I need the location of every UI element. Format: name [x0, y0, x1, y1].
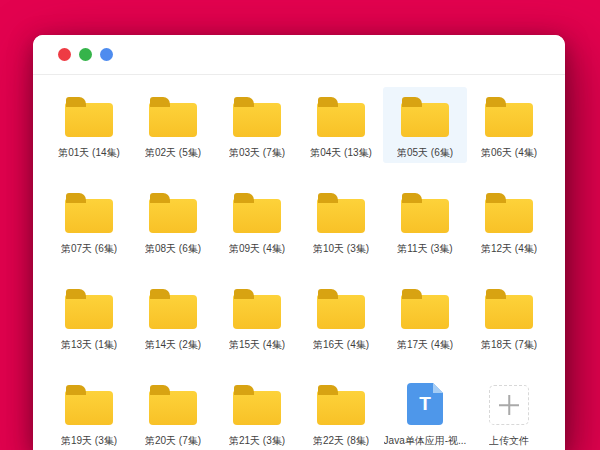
- folder-icon: [317, 391, 365, 425]
- icon-wrapper: [149, 380, 197, 425]
- folder-icon: [149, 103, 197, 137]
- item-label: 第02天 (5集): [145, 146, 201, 160]
- item-label: Java单体应用-视...: [384, 434, 467, 448]
- close-button[interactable]: [58, 48, 71, 61]
- icon-wrapper: [233, 92, 281, 137]
- item-label: 第11天 (3集): [397, 242, 452, 256]
- folder-item[interactable]: 第12天 (4集): [467, 183, 551, 259]
- folder-icon: [401, 199, 449, 233]
- folder-item[interactable]: 第20天 (7集): [131, 375, 215, 450]
- icon-wrapper: [485, 188, 533, 233]
- item-label: 第12天 (4集): [481, 242, 537, 256]
- item-label: 上传文件: [489, 434, 529, 448]
- folder-item[interactable]: 第05天 (6集): [383, 87, 467, 163]
- item-label: 第21天 (3集): [229, 434, 285, 448]
- folder-item[interactable]: 第03天 (7集): [215, 87, 299, 163]
- upload-plus-icon: [489, 385, 529, 425]
- folder-icon: [233, 103, 281, 137]
- icon-wrapper: [317, 380, 365, 425]
- folder-item[interactable]: 第07天 (6集): [47, 183, 131, 259]
- folder-icon: [317, 199, 365, 233]
- folder-item[interactable]: 第08天 (6集): [131, 183, 215, 259]
- item-label: 第09天 (4集): [229, 242, 285, 256]
- folder-item[interactable]: 第17天 (4集): [383, 279, 467, 355]
- icon-wrapper: [65, 380, 113, 425]
- folder-item[interactable]: 第04天 (13集): [299, 87, 383, 163]
- icon-wrapper: [317, 284, 365, 329]
- item-label: 第19天 (3集): [61, 434, 117, 448]
- desktop-background: 第01天 (14集)第02天 (5集)第03天 (7集)第04天 (13集)第0…: [0, 0, 600, 450]
- folder-icon: [65, 103, 113, 137]
- folder-icon: [65, 295, 113, 329]
- folder-item[interactable]: 第22天 (8集): [299, 375, 383, 450]
- folder-item[interactable]: 第19天 (3集): [47, 375, 131, 450]
- icon-wrapper: [233, 188, 281, 233]
- folder-item[interactable]: 第02天 (5集): [131, 87, 215, 163]
- icon-wrapper: [485, 92, 533, 137]
- folder-item[interactable]: 第06天 (4集): [467, 87, 551, 163]
- item-label: 第16天 (4集): [313, 338, 369, 352]
- icon-wrapper: [401, 92, 449, 137]
- folder-icon: [317, 295, 365, 329]
- icon-wrapper: [65, 92, 113, 137]
- folder-icon: [233, 199, 281, 233]
- folder-icon: [149, 295, 197, 329]
- folder-icon: [65, 199, 113, 233]
- item-label: 第06天 (4集): [481, 146, 537, 160]
- upload-file-button[interactable]: 上传文件: [467, 375, 551, 450]
- item-label: 第08天 (6集): [145, 242, 201, 256]
- item-label: 第05天 (6集): [397, 146, 453, 160]
- window-titlebar: [33, 35, 565, 75]
- folder-item[interactable]: 第18天 (7集): [467, 279, 551, 355]
- folder-item[interactable]: 第15天 (4集): [215, 279, 299, 355]
- minimize-button[interactable]: [79, 48, 92, 61]
- icon-wrapper: [65, 188, 113, 233]
- icon-wrapper: [233, 380, 281, 425]
- folder-item[interactable]: 第11天 (3集): [383, 183, 467, 259]
- icon-wrapper: T: [407, 380, 443, 425]
- file-item[interactable]: TJava单体应用-视...: [383, 375, 467, 450]
- item-label: 第10天 (3集): [313, 242, 369, 256]
- item-label: 第03天 (7集): [229, 146, 285, 160]
- folder-icon: [317, 103, 365, 137]
- item-label: 第01天 (14集): [58, 146, 120, 160]
- folder-icon: [485, 103, 533, 137]
- item-label: 第14天 (2集): [145, 338, 201, 352]
- item-label: 第17天 (4集): [397, 338, 453, 352]
- file-grid: 第01天 (14集)第02天 (5集)第03天 (7集)第04天 (13集)第0…: [33, 75, 565, 450]
- item-label: 第04天 (13集): [310, 146, 372, 160]
- icon-wrapper: [233, 284, 281, 329]
- icon-wrapper: [401, 284, 449, 329]
- maximize-button[interactable]: [100, 48, 113, 61]
- folder-icon: [65, 391, 113, 425]
- page-fold-corner: [433, 383, 443, 393]
- icon-wrapper: [149, 92, 197, 137]
- folder-icon: [233, 391, 281, 425]
- item-label: 第07天 (6集): [61, 242, 117, 256]
- icon-wrapper: [149, 188, 197, 233]
- folder-icon: [401, 295, 449, 329]
- folder-icon: [233, 295, 281, 329]
- folder-icon: [149, 391, 197, 425]
- icon-wrapper: [485, 284, 533, 329]
- folder-icon: [149, 199, 197, 233]
- icon-wrapper: [401, 188, 449, 233]
- item-label: 第13天 (1集): [61, 338, 117, 352]
- icon-wrapper: [489, 380, 529, 425]
- folder-item[interactable]: 第09天 (4集): [215, 183, 299, 259]
- text-file-icon: T: [407, 383, 443, 425]
- icon-wrapper: [149, 284, 197, 329]
- folder-item[interactable]: 第01天 (14集): [47, 87, 131, 163]
- item-label: 第22天 (8集): [313, 434, 369, 448]
- folder-item[interactable]: 第13天 (1集): [47, 279, 131, 355]
- folder-icon: [485, 199, 533, 233]
- folder-item[interactable]: 第16天 (4集): [299, 279, 383, 355]
- item-label: 第20天 (7集): [145, 434, 201, 448]
- folder-icon: [485, 295, 533, 329]
- folder-item[interactable]: 第14天 (2集): [131, 279, 215, 355]
- folder-item[interactable]: 第10天 (3集): [299, 183, 383, 259]
- folder-item[interactable]: 第21天 (3集): [215, 375, 299, 450]
- icon-wrapper: [317, 188, 365, 233]
- folder-icon: [401, 103, 449, 137]
- icon-wrapper: [65, 284, 113, 329]
